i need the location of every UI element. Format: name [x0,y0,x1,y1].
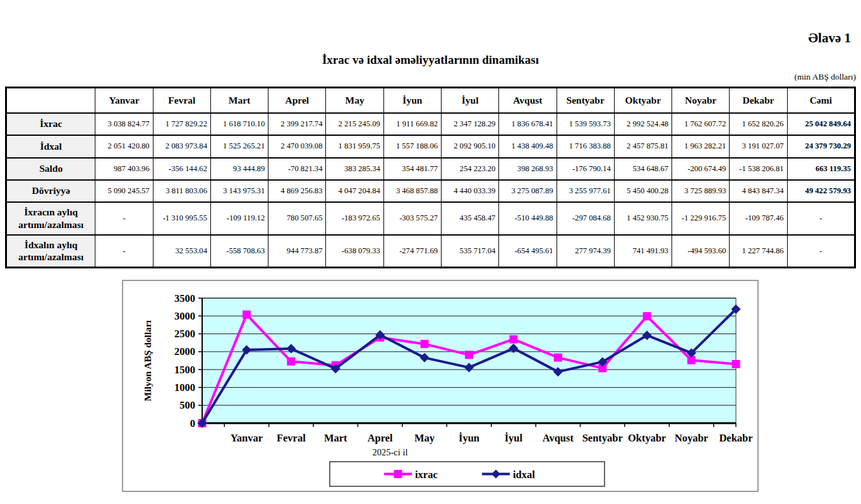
table-cell: 780 507.65 [268,202,326,235]
table-column-header: Mart [210,88,268,113]
table-column-header: Yanvar [95,88,153,113]
table-cell: 3 038 824.77 [95,113,153,135]
table-cell: 741 491.93 [614,235,671,268]
table-cell: -183 972.65 [326,202,383,235]
table-cell: 354 481.77 [383,158,441,180]
table-cell: 3 275 087.89 [499,180,557,202]
table-cell: 2 457 875.81 [614,135,671,158]
table-column-header: Avqust [499,88,557,113]
table-cell: 944 773.87 [268,235,326,268]
table-column-header: İyun [383,88,441,113]
table-row: İdxal2 051 420.802 083 973.841 525 265.2… [6,135,855,158]
table-cell: 1 716 383.88 [557,135,614,158]
table-cell: 2 215 245.09 [326,113,383,135]
y-tick-label: 1000 [174,381,195,393]
table-cell: 4 440 033.39 [442,180,499,202]
x-axis-label: Avqust [543,432,574,444]
table-cell: 3 143 975.31 [210,180,268,202]
x-axis-label: Yanvar [231,432,263,444]
page-title: İxrac və idxal əməliyyatlarının dinamika… [0,53,861,67]
table-cell: 1 727 829.22 [153,113,210,135]
table-row: Saldo987 403.96-356 144.6293 444.89-70 8… [6,158,855,180]
legend-box [330,462,605,486]
table-row: İxracın aylıq artımı/azalması--1 310 995… [6,202,855,235]
table-cell: 1 911 669.82 [383,113,441,135]
table-cell: -70 821.34 [268,158,326,180]
table-cell: 987 403.96 [95,158,153,180]
x-axis-label: İyun [459,432,479,444]
row-label: İxracın aylıq artımı/azalması [6,202,95,235]
table-cell: 663 119.35 [787,158,855,180]
table-cell: 49 422 579.93 [787,180,855,202]
table-cell: 1 557 188.06 [383,135,441,158]
table-cell: -200 674.49 [672,158,730,180]
table-cell: -176 790.14 [557,158,614,180]
table-row: Dövriyyə5 090 245.573 811 803.063 143 97… [6,180,855,202]
table-cell: 2 470 039.08 [268,135,326,158]
table-cell: -654 495.61 [499,235,557,268]
table-cell: 2 092 905.10 [442,135,499,158]
y-tick-label: 3500 [174,292,195,304]
table-cell: 4 843 847.34 [730,180,787,202]
table-cell: - [95,235,153,268]
table-cell: 25 042 849.64 [787,113,855,135]
table-cell: -494 593.60 [672,235,730,268]
marker-square [287,357,295,366]
table-cell: 1 652 820.26 [730,113,787,135]
x-axis-label: Mart [324,432,347,444]
table-cell: 1 438 409.48 [499,135,557,158]
x-axis-label: Dekabr [719,432,752,444]
table-cell: 4 869 256.83 [268,180,326,202]
table-cell: 2 992 524.48 [614,113,671,135]
table-cell: 2 399 217.74 [268,113,326,135]
table-cell: - [95,202,153,235]
x-axis-label: Fevral [277,432,306,444]
line-chart: 0500100015002000250030003500YanvarFevral… [122,280,759,492]
table-cell: 1 963 282.21 [672,135,730,158]
x-axis-label: Oktyabr [628,432,666,444]
table-cell: 4 047 204.84 [326,180,383,202]
y-tick-label: 500 [179,399,195,411]
table-column-header: Dekabr [730,88,787,113]
table-cell: 93 444.89 [210,158,268,180]
table-cell: 398 268.93 [499,158,557,180]
table-cell: 383 285.34 [326,158,383,180]
table-cell: 1 831 959.75 [326,135,383,158]
table-cell: 535 717.04 [442,235,499,268]
y-tick-label: 2000 [174,345,195,357]
table-cell: 1 539 593.73 [557,113,614,135]
marker-square [554,354,562,362]
x-axis-label: Sentyabr [582,432,623,444]
row-label: İxrac [6,113,95,135]
table-cell: 254 223.20 [442,158,499,180]
y-axis-title: Milyon ABŞ dolları [142,320,153,401]
x-axis-label: İyul [505,432,523,444]
y-tick-label: 3000 [174,310,195,322]
legend-marker-square [394,470,402,478]
table-cell: 1 762 607.72 [672,113,730,135]
table-column-header: Oktyabr [614,88,671,113]
table-cell: 2 051 420.80 [95,135,153,158]
table-column-header: Noyabr [672,88,730,113]
marker-square [243,311,251,319]
table-cell: -109 787.46 [730,202,787,235]
table-cell: -297 084.68 [557,202,614,235]
row-label: İdxal [6,135,95,158]
table-cell: -558 708.63 [210,235,268,268]
table-cell: 3 725 889.93 [672,180,730,202]
x-axis-label: Aprel [368,432,393,444]
row-label: Dövriyyə [6,180,95,202]
table-column-header: İyul [442,88,499,113]
table-cell: 3 468 857.88 [383,180,441,202]
table-cell: 24 379 730.29 [787,135,855,158]
row-label: İdxalın aylıq artımı/azalması [6,235,95,268]
table-cell: 3 255 977.61 [557,180,614,202]
table-cell: 534 648.67 [614,158,671,180]
table-cell: 3 811 803.06 [153,180,210,202]
marker-square [732,360,740,368]
table-column-header: Aprel [268,88,326,113]
unit-note: (min ABŞ dolları) [795,72,857,82]
y-tick-label: 2500 [174,328,195,340]
table-cell: -274 771.69 [383,235,441,268]
table-cell: 3 191 027.07 [730,135,787,158]
